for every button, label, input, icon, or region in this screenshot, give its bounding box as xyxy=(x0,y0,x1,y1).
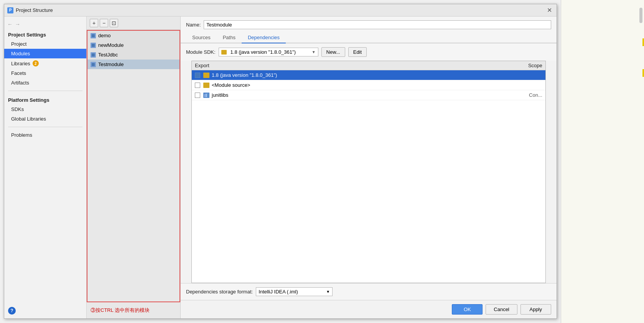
dep-row-module-source[interactable]: <Module source> xyxy=(192,80,545,90)
name-row: Name: xyxy=(181,17,557,32)
lib-dep-icon xyxy=(203,93,209,98)
dep-checkbox-junit[interactable] xyxy=(195,93,200,98)
apply-button[interactable]: Apply xyxy=(520,304,551,315)
col-export: Export xyxy=(195,63,218,68)
sdk-dropdown[interactable]: 1.8 (java version "1.8.0_361") ▼ xyxy=(219,48,318,56)
svg-rect-1 xyxy=(206,94,207,97)
dep-scope-junit: Con... xyxy=(504,92,542,98)
hint-text: ③按CTRL 选中所有的模块 xyxy=(87,302,180,318)
edit-sdk-button[interactable]: Edit xyxy=(348,47,367,57)
col-scope: Scope xyxy=(496,63,542,68)
module-icon xyxy=(91,52,96,58)
tab-dependencies[interactable]: Dependencies xyxy=(242,32,286,43)
module-panel: + − ⊡ demo newModule TestJdbc xyxy=(87,17,181,318)
close-button[interactable]: ✕ xyxy=(546,7,553,14)
sdk-label: Module SDK: xyxy=(186,49,216,55)
app-icon: P xyxy=(7,7,13,13)
title-bar: P Project Structure ✕ xyxy=(4,4,557,17)
tab-sources[interactable]: Sources xyxy=(186,32,217,43)
platform-settings-header: Platform Settings xyxy=(4,94,86,104)
storage-row: Dependencies storage format: IntelliJ ID… xyxy=(181,283,557,300)
help-icon[interactable]: ? xyxy=(8,307,16,315)
module-icon xyxy=(91,43,96,48)
module-list: demo newModule TestJdbc Testmodule xyxy=(87,30,180,302)
module-item-testjdbc[interactable]: TestJdbc xyxy=(87,50,180,60)
sidebar-item-modules[interactable]: Modules xyxy=(4,49,86,58)
ok-button[interactable]: OK xyxy=(452,304,483,315)
module-item-testmodule[interactable]: Testmodule xyxy=(87,60,180,69)
nav-arrows: ← → xyxy=(4,20,86,29)
divider xyxy=(8,91,82,91)
back-arrow[interactable]: ← xyxy=(7,21,13,27)
sdk-value: 1.8 (java version "1.8.0_361") xyxy=(231,49,296,55)
sidebar-item-global-libraries[interactable]: Global Libraries xyxy=(4,114,86,124)
sdk-folder-icon xyxy=(221,50,227,55)
storage-dropdown[interactable]: IntelliJ IDEA (.iml) ▼ xyxy=(256,287,333,296)
sdk-dropdown-arrow: ▼ xyxy=(312,50,316,54)
divider-2 xyxy=(8,127,82,127)
name-label: Name: xyxy=(186,22,201,28)
dep-row-sdk[interactable]: 1.8 (java version "1.8.0_361") xyxy=(192,70,545,80)
tab-paths[interactable]: Paths xyxy=(217,32,242,43)
dialog-title: Project Structure xyxy=(16,7,53,13)
module-toolbar: + − ⊡ xyxy=(87,17,180,30)
sidebar: ← → Project Settings Project Modules Lib… xyxy=(4,17,87,318)
yellow-marker-2 xyxy=(642,69,644,77)
sidebar-item-problems[interactable]: Problems xyxy=(4,130,86,140)
module-item-newmodule[interactable]: newModule xyxy=(87,40,180,50)
dependencies-table: Export Scope 1.8 (java version "1.8.0_36… xyxy=(191,61,546,283)
svg-rect-2 xyxy=(207,93,208,97)
new-sdk-button[interactable]: New... xyxy=(321,47,345,57)
module-item-demo[interactable]: demo xyxy=(87,31,180,40)
sidebar-item-project[interactable]: Project xyxy=(4,39,86,49)
dep-checkbox-source[interactable] xyxy=(195,83,200,88)
dep-row-junitlibs[interactable]: junitlibs Con... xyxy=(192,90,545,100)
module-icon xyxy=(91,33,96,38)
sidebar-item-libraries[interactable]: Libraries 2 xyxy=(4,58,86,68)
forward-arrow[interactable]: → xyxy=(15,21,20,27)
scrollbar-track[interactable] xyxy=(561,0,644,323)
source-dep-icon xyxy=(203,83,209,88)
table-header: Export Scope xyxy=(192,61,545,70)
module-icon xyxy=(91,62,96,67)
sidebar-item-facets[interactable]: Facets xyxy=(4,68,86,78)
svg-rect-0 xyxy=(204,94,205,97)
storage-label: Dependencies storage format: xyxy=(186,289,253,295)
dep-name-junit: junitlibs xyxy=(212,92,504,98)
right-panel xyxy=(561,0,644,323)
module-sdk-row: Module SDK: 1.8 (java version "1.8.0_361… xyxy=(181,43,557,61)
sidebar-item-artifacts[interactable]: Artifacts xyxy=(4,78,86,88)
remove-module-button[interactable]: − xyxy=(100,19,108,27)
libraries-badge: 2 xyxy=(33,60,39,66)
tabs-row: Sources Paths Dependencies xyxy=(181,32,557,43)
sdk-dep-icon xyxy=(203,73,209,78)
add-module-button[interactable]: + xyxy=(90,19,98,27)
scrollbar-thumb[interactable] xyxy=(639,8,642,23)
cancel-button[interactable]: Cancel xyxy=(486,304,517,315)
copy-module-button[interactable]: ⊡ xyxy=(110,19,118,27)
yellow-marker-1 xyxy=(642,38,644,46)
project-settings-header: Project Settings xyxy=(4,29,86,39)
sidebar-item-sdks[interactable]: SDKs xyxy=(4,104,86,114)
name-input[interactable] xyxy=(204,20,551,29)
dep-checkbox-sdk[interactable] xyxy=(195,73,200,78)
col-name xyxy=(218,63,496,68)
dep-name-sdk: 1.8 (java version "1.8.0_361") xyxy=(212,72,504,78)
storage-dropdown-arrow: ▼ xyxy=(326,290,330,294)
dep-name-source: <Module source> xyxy=(212,82,504,88)
dialog-footer: OK Cancel Apply xyxy=(181,300,557,318)
